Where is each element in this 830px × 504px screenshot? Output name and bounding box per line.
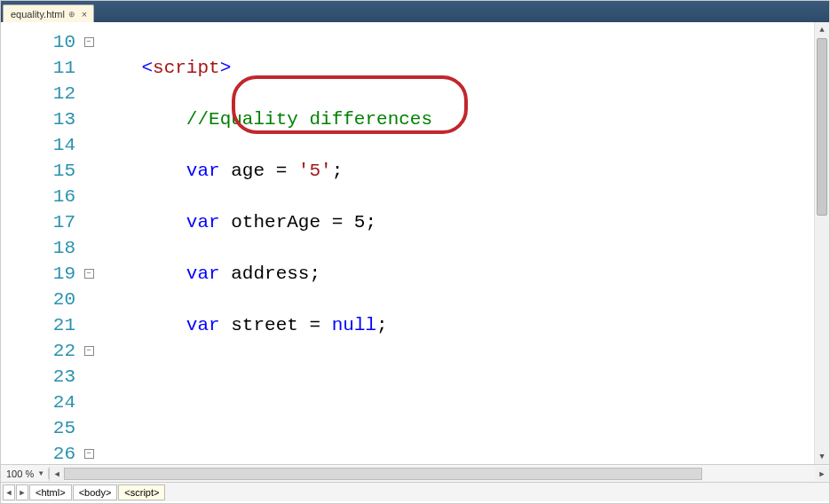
scroll-up-icon[interactable]: ▲ [815,22,829,37]
breadcrumb-back-icon[interactable]: ◄ [3,484,15,500]
line-number: 24 [1,390,75,415]
breadcrumb-script[interactable]: <script> [118,484,165,500]
scrollbar-thumb[interactable] [817,38,827,216]
string: '5' [298,161,332,181]
code-text: ; [376,315,388,335]
line-number: 20 [1,287,75,312]
code-text: address; [220,264,320,284]
pin-icon[interactable]: ⊕ [68,10,75,19]
line-number: 18 [1,235,75,261]
scroll-down-icon[interactable]: ▼ [815,449,829,464]
tab-bar: equality.html ⊕ × [1,1,829,22]
code-text: otherAge = 5; [220,212,376,232]
fold-toggle[interactable]: − [81,29,97,55]
breadcrumb-bar: ◄ ► <html> <body> <script> [1,482,829,501]
scrollbar-thumb[interactable] [64,468,702,480]
code-editor[interactable]: <script> //Equality differences var age … [97,22,814,464]
line-number: 14 [1,132,75,158]
fold-toggle[interactable]: − [81,261,97,287]
line-number: 23 [1,364,75,390]
line-number: 21 [1,312,75,338]
bottom-bar: 100 % ▼ ◄ ► [1,464,829,482]
kw-var: var [186,264,220,284]
breadcrumb-forward-icon[interactable]: ► [16,484,28,500]
line-number: 26 [1,441,75,464]
line-number: 17 [1,209,75,235]
tag-name: script [153,58,220,78]
tab-filename: equality.html [11,9,65,20]
scroll-left-icon[interactable]: ◄ [50,467,64,481]
fold-toggle[interactable]: − [81,441,97,464]
line-number: 10 [1,29,75,55]
tag-close: > [220,58,232,78]
scroll-right-icon[interactable]: ► [815,467,829,481]
code-text: ; [332,161,344,181]
fold-toggle[interactable]: − [81,338,97,364]
zoom-control[interactable]: 100 % ▼ [1,469,49,479]
chevron-down-icon[interactable]: ▼ [36,469,46,477]
kw-var: var [186,161,220,181]
horizontal-scrollbar[interactable]: ◄ ► [49,467,829,481]
line-number: 15 [1,158,75,184]
scrollbar-track[interactable] [64,467,815,481]
vertical-scrollbar[interactable]: ▲ ▼ [814,22,829,464]
kw-var: var [186,315,220,335]
line-number: 12 [1,81,75,106]
tag-open: < [141,58,153,78]
breadcrumb-body[interactable]: <body> [73,484,118,500]
code-text: age = [220,161,298,181]
code-text: street = [220,315,332,335]
line-number: 25 [1,415,75,441]
line-number: 22 [1,338,75,364]
kw-null: null [332,315,376,335]
fold-column: − − − − [81,22,97,464]
tab-equality[interactable]: equality.html ⊕ × [3,4,94,22]
line-number: 11 [1,55,75,81]
close-icon[interactable]: × [79,9,90,20]
line-number: 13 [1,106,75,132]
line-number: 16 [1,184,75,209]
zoom-level: 100 % [6,469,34,479]
breadcrumb-html[interactable]: <html> [29,484,72,500]
editor-area: 10 11 12 13 14 15 16 17 18 19 20 21 22 2… [1,22,829,464]
line-number: 19 [1,261,75,287]
line-number-gutter: 10 11 12 13 14 15 16 17 18 19 20 21 22 2… [1,22,81,464]
comment: //Equality differences [186,109,432,130]
kw-var: var [186,212,220,232]
